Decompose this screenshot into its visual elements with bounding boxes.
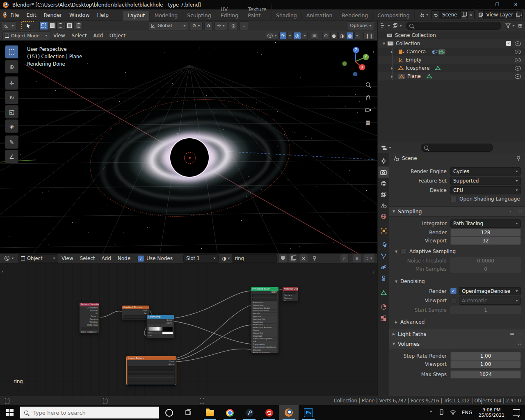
colorramp-gradient-strip[interactable] [148, 327, 173, 331]
object-label-empty[interactable]: Empty [406, 57, 422, 63]
texcoord-from-instancer[interactable]: From Instancer [80, 331, 99, 333]
light-paths-section-header[interactable]: ▶Light Paths ≔ ∷ [389, 329, 525, 339]
use-nodes-checkbox-row[interactable]: ✓ Use Nodes [138, 256, 173, 262]
node-snap-toggle[interactable]: ∩ [353, 254, 361, 263]
node-canvas[interactable]: Texture Coordinate GeneratedNormalUVObje… [0, 264, 377, 396]
tab-particles[interactable] [378, 251, 389, 262]
node-title[interactable]: Image Texture [127, 356, 176, 360]
pause-render-button[interactable]: ❙❙ [363, 32, 375, 40]
node-socket-output[interactable]: UV [80, 312, 99, 315]
pin-icon[interactable] [310, 254, 319, 263]
select-mode-new[interactable] [39, 22, 48, 30]
samples-viewport-field[interactable]: 32 [450, 237, 521, 245]
gizmos-toggle[interactable]: ↷ [279, 32, 286, 40]
adaptive-sampling-subpanel[interactable]: ▼ Adaptive Sampling [389, 247, 525, 256]
workspace-tab[interactable]: Texture Paint [243, 5, 272, 21]
tab-tool[interactable] [378, 155, 389, 167]
breadcrumb-scene[interactable]: Scene [402, 155, 417, 161]
workspace-tab[interactable]: Sculpting [183, 11, 216, 21]
workspace-tab[interactable]: Shading [272, 11, 302, 21]
tool-move[interactable]: ✛ [5, 76, 18, 90]
outliner-filter-icon[interactable] [505, 23, 515, 28]
blender-menu-icon[interactable] [3, 12, 7, 18]
node-socket-input[interactable]: Emission Strength [252, 352, 277, 353]
image-interpolation-dropdown[interactable] [128, 370, 175, 374]
tab-view-layer[interactable] [378, 189, 389, 200]
scene-name[interactable]: Scene [439, 12, 460, 18]
tab-material[interactable] [378, 301, 389, 313]
node-title[interactable]: Gradient Texture [122, 306, 149, 309]
node-socket-output[interactable]: BSDF [251, 291, 278, 294]
tool-rotate[interactable]: ↻ [5, 91, 18, 104]
advanced-subpanel[interactable]: ▶Advanced [389, 317, 525, 326]
osl-checkbox[interactable] [450, 196, 457, 202]
node-texture-coordinate[interactable]: Texture Coordinate GeneratedNormalUVObje… [79, 302, 100, 333]
view-layer-name[interactable]: View Layer [484, 12, 516, 18]
integrator-dropdown[interactable]: Path Tracing [450, 219, 521, 228]
node-socket-input[interactable]: Clearcoat Roughness [252, 338, 277, 340]
outliner-row-camera[interactable]: ▶ Camera [378, 48, 525, 56]
select-box-tool-button[interactable] [21, 21, 35, 30]
show-object-types-dropdown[interactable] [266, 32, 278, 40]
task-view-button[interactable] [179, 405, 199, 420]
object-label-icosphere[interactable]: Icosphere [406, 65, 429, 71]
node-socket-output[interactable]: Color [147, 319, 174, 322]
node-snap-dropdown[interactable]: ∷ [363, 254, 375, 263]
node-colorramp[interactable]: ColorRamp ColorAlpha Pos Fac [146, 315, 174, 338]
shading-material-button[interactable]: ◑ [338, 32, 346, 40]
outliner-row-plane[interactable]: ▶ Plane [378, 72, 525, 80]
viewport-menu[interactable]: Select [68, 33, 90, 39]
tab-render[interactable] [378, 167, 389, 178]
workspace-tab[interactable]: Rendering [337, 11, 373, 21]
adaptive-sampling-checkbox[interactable] [400, 249, 406, 255]
node-socket-input[interactable]: Vector [122, 319, 149, 320]
collection-checkbox[interactable]: ✓ [506, 41, 511, 46]
pivot-point-dropdown[interactable]: ⊙ [190, 21, 203, 30]
taskbar-clock[interactable]: 9:06 PM 25/05/2021 [475, 407, 508, 418]
mode-dropdown[interactable]: Object Mode [2, 31, 50, 40]
node-socket-input[interactable]: Emission [252, 349, 277, 352]
icosphere-visibility-eye-icon[interactable] [515, 66, 521, 71]
xray-toggle[interactable]: ▣ [311, 32, 318, 40]
options-dropdown[interactable]: Options [348, 21, 374, 30]
node-socket-input[interactable]: Displacement [283, 300, 298, 301]
tab-scene[interactable] [378, 200, 389, 211]
your-phone-icon[interactable] [436, 409, 447, 416]
start-button[interactable] [0, 405, 20, 420]
blender-taskbar-icon[interactable] [279, 405, 299, 420]
shader-type-dropdown[interactable]: Object [18, 254, 58, 263]
object-label-plane[interactable]: Plane [407, 73, 421, 79]
outliner-row-icosphere[interactable]: ▶ Icosphere [378, 64, 525, 72]
volumes-section-header[interactable]: ▼Volumes ∷ [389, 339, 525, 349]
node-socket-input[interactable]: Anisotropic Rotation [252, 326, 277, 329]
node-toolbar-expand-icon[interactable]: › [1, 269, 3, 274]
fake-user-shield-button[interactable] [278, 254, 287, 263]
editor-type-dropdown[interactable] [2, 254, 16, 263]
node-socket-input[interactable]: Metallic [252, 313, 277, 315]
file-explorer-icon[interactable] [200, 405, 220, 420]
node-socket-output[interactable]: Alpha [127, 363, 176, 366]
device-dropdown[interactable]: CPU [450, 186, 521, 194]
navigation-gizmo[interactable]: Z Y X [339, 43, 372, 76]
select-mode-invert[interactable] [65, 22, 74, 30]
tab-modifiers[interactable] [378, 240, 389, 251]
shading-solid-button[interactable]: ● [330, 32, 338, 40]
node-socket-output[interactable]: Normal [80, 309, 99, 312]
samples-render-field[interactable]: 128 [450, 228, 521, 237]
use-nodes-checkbox[interactable]: ✓ [138, 256, 144, 262]
menu-item[interactable]: File [7, 9, 23, 21]
sampling-presets-icon[interactable]: ≔ [510, 209, 515, 214]
viewport-menu[interactable]: Object [106, 33, 129, 39]
pin-id-icon[interactable] [516, 156, 521, 161]
node-principled-bsdf[interactable]: Principled BSDF BSDF Base ColorSubsurfac… [251, 287, 279, 353]
node-material-output[interactable]: Material Output SurfaceVolumeDisplacemen… [282, 287, 298, 301]
active-tool-selector[interactable] [2, 21, 16, 30]
node-socket-input[interactable]: Fac [147, 334, 174, 337]
workspace-tab[interactable]: UV Editing [216, 5, 244, 21]
node-socket-output[interactable]: Generated [80, 306, 99, 309]
properties-editor-type-dropdown[interactable] [381, 145, 391, 151]
antivirus-icon[interactable] [259, 405, 279, 420]
feature-set-dropdown[interactable]: Supported [450, 177, 521, 185]
pan-hand-icon[interactable] [363, 93, 373, 103]
viewport-menu[interactable]: Add [90, 33, 106, 39]
